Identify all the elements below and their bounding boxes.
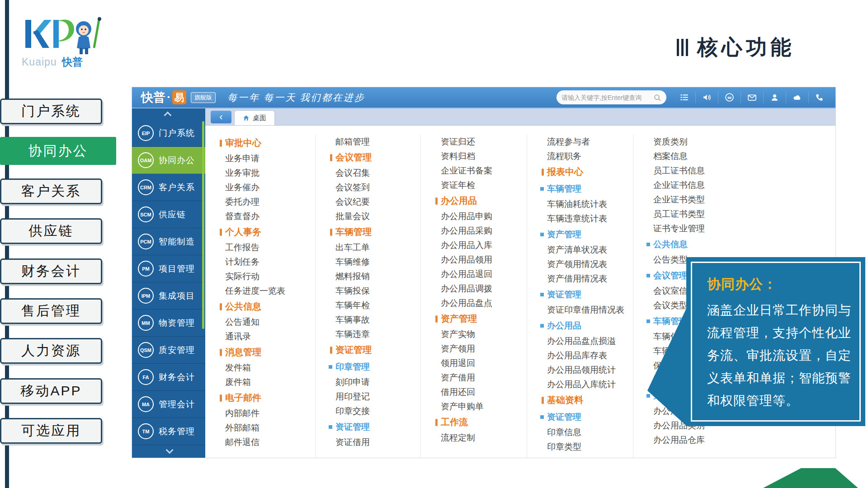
menu-item[interactable]: 公告通知: [225, 315, 315, 329]
menu-item[interactable]: 员工证书信息: [653, 164, 835, 178]
menu-item[interactable]: 流程定制: [441, 431, 527, 445]
nav-scrollbar[interactable]: [202, 121, 204, 329]
menu-item[interactable]: 资证借用: [335, 435, 420, 450]
menu-item[interactable]: 通讯录: [225, 329, 315, 344]
app-nav-item-ipm[interactable]: IPM集成项目: [132, 282, 205, 310]
menu-item[interactable]: 内部邮件: [225, 406, 315, 421]
sidebar-item-2[interactable]: 协同办公: [0, 137, 116, 165]
menu-item[interactable]: 印章类型: [547, 440, 633, 454]
menu-item[interactable]: 印章交接: [335, 404, 420, 418]
menu-item[interactable]: 资证印章借用情况表: [547, 303, 633, 317]
nav-scroll-down[interactable]: [132, 445, 205, 456]
menu-item[interactable]: 废件箱: [225, 375, 315, 389]
list-icon[interactable]: [673, 92, 695, 103]
menu-item[interactable]: 会议召集: [335, 166, 420, 180]
menu-item[interactable]: 用印登记: [335, 389, 420, 404]
tab-desktop[interactable]: 桌面: [234, 110, 275, 125]
app-nav-item-qsm[interactable]: QSM质安管理: [132, 337, 205, 364]
menu-item[interactable]: 出车工单: [335, 240, 420, 255]
menu-item[interactable]: 办公用品领用: [441, 253, 527, 267]
menu-item[interactable]: 流程参与者: [547, 135, 633, 149]
menu-item[interactable]: 燃料报销: [335, 269, 420, 284]
menu-item[interactable]: 资产借用情况表: [547, 272, 633, 286]
app-nav-item-mm[interactable]: MM物资管理: [132, 310, 205, 337]
menu-item[interactable]: 办公用品库存表: [547, 348, 633, 363]
menu-item[interactable]: 办公用品领用统计: [547, 363, 633, 377]
app-nav-item-scm[interactable]: SCM供应链: [132, 201, 205, 228]
menu-item[interactable]: 资产清单状况表: [547, 243, 633, 257]
menu-item[interactable]: 借用还回: [441, 385, 527, 399]
menu-item[interactable]: 车辆维修: [335, 255, 420, 269]
sidebar-item-7[interactable]: 人力资源: [0, 338, 102, 364]
menu-item[interactable]: 车辆投保: [335, 284, 420, 298]
menu-item[interactable]: 资产领用情况表: [547, 257, 633, 272]
menu-item[interactable]: 办公用品入库: [441, 238, 527, 253]
menu-item[interactable]: 车辆年检: [335, 298, 420, 313]
menu-item[interactable]: 批量会议: [335, 209, 420, 224]
menu-item[interactable]: 车辆违章: [335, 327, 420, 342]
menu-item[interactable]: 会议纪要: [335, 195, 420, 209]
menu-item[interactable]: 资料归档: [441, 149, 527, 164]
menu-item[interactable]: 企业证书备案: [441, 164, 527, 178]
menu-item[interactable]: 业务审批: [225, 166, 315, 180]
menu-item[interactable]: 办公用品盘点: [441, 296, 527, 310]
menu-item[interactable]: 计划任务: [225, 255, 315, 269]
menu-item[interactable]: 任务进度一览表: [225, 284, 315, 298]
menu-item[interactable]: 资产领用: [441, 342, 527, 356]
menu-item[interactable]: 办公用品入库统计: [547, 377, 633, 392]
mail-icon[interactable]: [741, 92, 763, 103]
menu-item[interactable]: 资质类别: [653, 135, 835, 149]
menu-item[interactable]: 流程职务: [547, 149, 633, 164]
app-nav-item-eip[interactable]: EIP门户系统: [132, 120, 205, 147]
menu-item[interactable]: 资证年检: [441, 178, 527, 192]
menu-item[interactable]: 刻印申请: [335, 375, 420, 389]
menu-item[interactable]: 印章信息: [547, 425, 633, 440]
menu-item[interactable]: 办公用品调拨: [441, 282, 527, 296]
sidebar-item-6[interactable]: 售后管理: [0, 298, 102, 324]
menu-item[interactable]: 办公用品申购: [441, 209, 527, 224]
menu-item[interactable]: 督查督办: [225, 209, 315, 224]
menu-item[interactable]: 资产申购单: [441, 399, 527, 414]
app-nav-item-pcm[interactable]: PCM智能制造: [132, 228, 205, 255]
phone-icon[interactable]: [808, 92, 831, 103]
menu-item[interactable]: 领用退回: [441, 356, 527, 371]
menu-item[interactable]: 企业证书类型: [653, 192, 835, 207]
sidebar-item-8[interactable]: 移动APP: [0, 378, 102, 404]
cloud-icon[interactable]: [786, 92, 808, 103]
menu-item[interactable]: 外部邮箱: [225, 421, 315, 435]
menu-item[interactable]: 办公用品退回: [441, 267, 527, 282]
menu-item[interactable]: 邮件退信: [225, 435, 315, 450]
im-icon[interactable]: IM: [718, 92, 741, 103]
menu-item[interactable]: 业务申请: [225, 151, 315, 166]
menu-item[interactable]: 车辆事故: [335, 313, 420, 327]
menu-item[interactable]: 企业证书信息: [653, 178, 835, 192]
sidebar-item-3[interactable]: 客户关系: [0, 178, 102, 204]
search-input[interactable]: [561, 94, 653, 101]
menu-item[interactable]: 办公用品盘点损溢: [547, 334, 633, 348]
search-box[interactable]: [557, 90, 666, 104]
sidebar-item-4[interactable]: 供应链: [0, 218, 102, 244]
menu-item[interactable]: 邮箱管理: [335, 135, 420, 149]
app-nav-item-oam[interactable]: OAM协同办公: [132, 147, 205, 174]
menu-item[interactable]: 实际行动: [225, 269, 315, 284]
menu-item[interactable]: 会议签到: [335, 180, 420, 195]
app-nav-item-crm[interactable]: CRM客户关系: [132, 174, 205, 201]
menu-item[interactable]: 发件箱: [225, 361, 315, 375]
menu-item[interactable]: 证书专业管理: [653, 221, 835, 236]
back-button[interactable]: ‹: [211, 111, 231, 123]
nav-scroll-up[interactable]: [132, 108, 205, 120]
search-icon[interactable]: [653, 94, 661, 102]
speaker-icon[interactable]: [695, 92, 718, 103]
menu-item[interactable]: 业务催办: [225, 180, 315, 195]
menu-item[interactable]: 员工证书类型: [653, 207, 835, 221]
app-nav-item-ma[interactable]: MA管理会计: [132, 391, 205, 418]
menu-item[interactable]: 资证归还: [441, 135, 527, 149]
menu-item[interactable]: 工作报告: [225, 240, 315, 255]
sidebar-item-5[interactable]: 财务会计: [0, 258, 102, 284]
menu-item[interactable]: 资产借用: [441, 371, 527, 385]
menu-item[interactable]: 档案信息: [653, 149, 835, 164]
app-nav-item-tm[interactable]: TM税务管理: [132, 418, 205, 445]
menu-item[interactable]: 资产实物: [441, 327, 527, 342]
menu-item[interactable]: 办公用品仓库: [653, 433, 835, 447]
menu-item[interactable]: 委托办理: [225, 195, 315, 209]
